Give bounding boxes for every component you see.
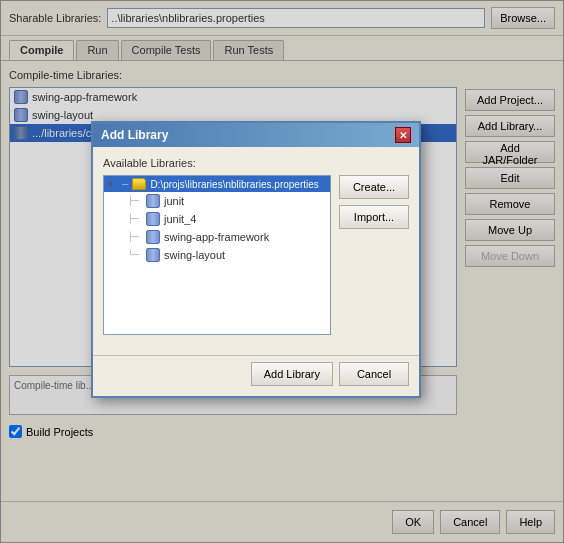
modal-title: Add Library bbox=[101, 128, 168, 142]
tree-lib-icon-2 bbox=[146, 230, 160, 244]
modal-title-bar: Add Library ✕ bbox=[93, 123, 419, 147]
import-button[interactable]: Import... bbox=[339, 205, 409, 229]
tree-root-item[interactable]: ▾ ─ D:\projs\libraries\nblibraries.prope… bbox=[104, 176, 330, 192]
tree-connector-1: ├─ bbox=[128, 214, 142, 224]
tree-expander: ▾ bbox=[108, 179, 118, 189]
available-libraries-label: Available Libraries: bbox=[103, 157, 409, 169]
tree-root-label: D:\projs\libraries\nblibraries.propertie… bbox=[150, 179, 318, 190]
tree-connector-3: └─ bbox=[128, 250, 142, 260]
tree-children: ├─ junit ├─ junit_4 ├─ bbox=[124, 192, 330, 264]
tree-lib-icon-1 bbox=[146, 212, 160, 226]
main-window: Sharable Libraries: Browse... Compile Ru… bbox=[0, 0, 564, 543]
tree-lib-icon-0 bbox=[146, 194, 160, 208]
tree-child-swing-app[interactable]: ├─ swing-app-framework bbox=[124, 228, 330, 246]
modal-right-buttons: Create... Import... bbox=[339, 175, 409, 345]
modal-tree-row: ▾ ─ D:\projs\libraries\nblibraries.prope… bbox=[103, 175, 409, 345]
tree-child-junit[interactable]: ├─ junit bbox=[124, 192, 330, 210]
folder-icon bbox=[132, 178, 146, 190]
tree-connector-2: ├─ bbox=[128, 232, 142, 242]
library-tree[interactable]: ▾ ─ D:\projs\libraries\nblibraries.prope… bbox=[103, 175, 331, 335]
tree-child-junit4[interactable]: ├─ junit_4 bbox=[124, 210, 330, 228]
tree-dash: ─ bbox=[122, 179, 128, 189]
modal-body: Available Libraries: ▾ ─ D:\projs\librar… bbox=[93, 147, 419, 355]
create-button[interactable]: Create... bbox=[339, 175, 409, 199]
modal-bottom-buttons: Add Library Cancel bbox=[93, 355, 419, 396]
modal-close-button[interactable]: ✕ bbox=[395, 127, 411, 143]
tree-connector-0: ├─ bbox=[128, 196, 142, 206]
tree-lib-icon-3 bbox=[146, 248, 160, 262]
modal-overlay: Add Library ✕ Available Libraries: ▾ ─ D… bbox=[1, 1, 563, 542]
add-library-dialog: Add Library ✕ Available Libraries: ▾ ─ D… bbox=[91, 121, 421, 398]
modal-add-library-button[interactable]: Add Library bbox=[251, 362, 333, 386]
modal-cancel-button[interactable]: Cancel bbox=[339, 362, 409, 386]
tree-child-swing-layout[interactable]: └─ swing-layout bbox=[124, 246, 330, 264]
